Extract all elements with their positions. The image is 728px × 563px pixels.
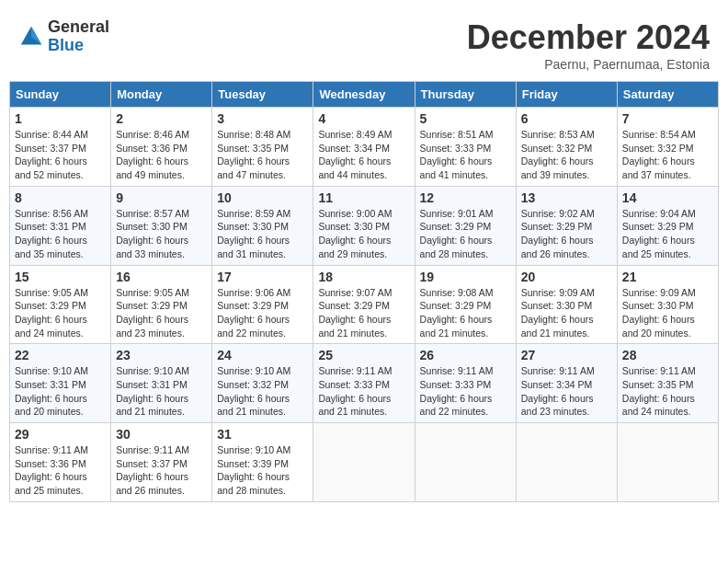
page-header: General Blue December 2024 Paernu, Paern… [9, 9, 719, 76]
table-row: 31Sunrise: 9:10 AMSunset: 3:39 PMDayligh… [212, 423, 313, 502]
day-number: 24 [217, 348, 308, 362]
day-info: Sunrise: 9:11 AMSunset: 3:33 PMDaylight:… [420, 364, 511, 419]
table-row: 4Sunrise: 8:49 AMSunset: 3:34 PMDaylight… [313, 108, 415, 187]
day-info: Sunrise: 8:53 AMSunset: 3:32 PMDaylight:… [521, 128, 612, 182]
weekday-header: Wednesday [313, 82, 415, 108]
weekday-header: Saturday [617, 82, 718, 108]
weekday-header: Tuesday [212, 82, 313, 108]
table-row [516, 423, 617, 502]
day-number: 18 [318, 270, 409, 284]
table-row: 21Sunrise: 9:09 AMSunset: 3:30 PMDayligh… [617, 265, 718, 344]
day-number: 20 [521, 270, 612, 284]
day-info: Sunrise: 9:11 AMSunset: 3:34 PMDaylight:… [521, 364, 612, 419]
day-number: 5 [420, 111, 511, 126]
day-info: Sunrise: 9:06 AMSunset: 3:29 PMDaylight:… [217, 286, 308, 340]
day-info: Sunrise: 9:04 AMSunset: 3:29 PMDaylight:… [622, 207, 713, 261]
day-number: 12 [420, 190, 511, 205]
day-info: Sunrise: 9:11 AMSunset: 3:33 PMDaylight:… [318, 364, 409, 419]
table-row: 7Sunrise: 8:54 AMSunset: 3:32 PMDaylight… [617, 108, 718, 187]
logo-general: General [48, 18, 109, 37]
title-area: December 2024 Paernu, Paernumaa, Estonia [467, 18, 710, 72]
day-info: Sunrise: 9:10 AMSunset: 3:31 PMDaylight:… [116, 364, 207, 419]
day-info: Sunrise: 8:51 AMSunset: 3:33 PMDaylight:… [420, 128, 511, 182]
table-row: 12Sunrise: 9:01 AMSunset: 3:29 PMDayligh… [415, 186, 516, 265]
month-title: December 2024 [467, 18, 710, 57]
day-info: Sunrise: 8:59 AMSunset: 3:30 PMDaylight:… [217, 207, 308, 261]
table-row [415, 423, 516, 502]
day-info: Sunrise: 9:11 AMSunset: 3:37 PMDaylight:… [116, 443, 207, 498]
weekday-header: Friday [516, 82, 617, 108]
table-row: 18Sunrise: 9:07 AMSunset: 3:29 PMDayligh… [313, 265, 415, 344]
day-info: Sunrise: 8:54 AMSunset: 3:32 PMDaylight:… [622, 128, 713, 182]
table-row: 26Sunrise: 9:11 AMSunset: 3:33 PMDayligh… [415, 344, 516, 423]
day-info: Sunrise: 9:10 AMSunset: 3:32 PMDaylight:… [217, 364, 308, 419]
day-info: Sunrise: 9:10 AMSunset: 3:39 PMDaylight:… [217, 443, 308, 498]
table-row: 17Sunrise: 9:06 AMSunset: 3:29 PMDayligh… [212, 265, 313, 344]
table-row: 25Sunrise: 9:11 AMSunset: 3:33 PMDayligh… [313, 344, 415, 423]
day-number: 6 [521, 111, 612, 126]
day-number: 26 [420, 348, 511, 362]
table-row: 6Sunrise: 8:53 AMSunset: 3:32 PMDaylight… [516, 108, 617, 187]
day-number: 25 [318, 348, 409, 362]
day-info: Sunrise: 9:05 AMSunset: 3:29 PMDaylight:… [116, 286, 207, 340]
calendar-week-row: 15Sunrise: 9:05 AMSunset: 3:29 PMDayligh… [10, 265, 719, 344]
day-number: 22 [15, 348, 106, 362]
day-number: 28 [622, 348, 713, 362]
day-info: Sunrise: 9:10 AMSunset: 3:31 PMDaylight:… [15, 364, 106, 419]
day-number: 31 [217, 427, 308, 442]
table-row: 10Sunrise: 8:59 AMSunset: 3:30 PMDayligh… [212, 186, 313, 265]
day-number: 30 [116, 427, 207, 442]
table-row: 5Sunrise: 8:51 AMSunset: 3:33 PMDaylight… [415, 108, 516, 187]
day-info: Sunrise: 9:11 AMSunset: 3:36 PMDaylight:… [15, 443, 106, 498]
table-row: 11Sunrise: 9:00 AMSunset: 3:30 PMDayligh… [313, 186, 415, 265]
calendar-week-row: 29Sunrise: 9:11 AMSunset: 3:36 PMDayligh… [10, 423, 719, 502]
day-info: Sunrise: 8:57 AMSunset: 3:30 PMDaylight:… [116, 207, 207, 261]
day-number: 29 [15, 427, 106, 442]
calendar-table: SundayMondayTuesdayWednesdayThursdayFrid… [9, 81, 719, 502]
day-info: Sunrise: 8:44 AMSunset: 3:37 PMDaylight:… [15, 128, 106, 182]
table-row: 19Sunrise: 9:08 AMSunset: 3:29 PMDayligh… [415, 265, 516, 344]
day-info: Sunrise: 8:56 AMSunset: 3:31 PMDaylight:… [15, 207, 106, 261]
table-row [617, 423, 718, 502]
day-number: 13 [521, 190, 612, 205]
day-number: 8 [15, 190, 106, 205]
day-number: 17 [217, 270, 308, 284]
table-row: 14Sunrise: 9:04 AMSunset: 3:29 PMDayligh… [617, 186, 718, 265]
day-number: 2 [116, 111, 207, 126]
table-row: 23Sunrise: 9:10 AMSunset: 3:31 PMDayligh… [111, 344, 212, 423]
table-row: 22Sunrise: 9:10 AMSunset: 3:31 PMDayligh… [10, 344, 111, 423]
day-info: Sunrise: 9:01 AMSunset: 3:29 PMDaylight:… [420, 207, 511, 261]
weekday-header: Monday [111, 82, 212, 108]
table-row: 3Sunrise: 8:48 AMSunset: 3:35 PMDaylight… [212, 108, 313, 187]
day-info: Sunrise: 9:11 AMSunset: 3:35 PMDaylight:… [622, 364, 713, 419]
location-subtitle: Paernu, Paernumaa, Estonia [467, 57, 710, 72]
day-number: 3 [217, 111, 308, 126]
day-number: 21 [622, 270, 713, 284]
day-number: 7 [622, 111, 713, 126]
table-row: 20Sunrise: 9:09 AMSunset: 3:30 PMDayligh… [516, 265, 617, 344]
day-number: 23 [116, 348, 207, 362]
table-row: 28Sunrise: 9:11 AMSunset: 3:35 PMDayligh… [617, 344, 718, 423]
day-number: 9 [116, 190, 207, 205]
calendar-week-row: 8Sunrise: 8:56 AMSunset: 3:31 PMDaylight… [10, 186, 719, 265]
table-row: 8Sunrise: 8:56 AMSunset: 3:31 PMDaylight… [10, 186, 111, 265]
calendar-week-row: 22Sunrise: 9:10 AMSunset: 3:31 PMDayligh… [10, 344, 719, 423]
table-row [313, 423, 415, 502]
day-number: 1 [15, 111, 106, 126]
table-row: 15Sunrise: 9:05 AMSunset: 3:29 PMDayligh… [10, 265, 111, 344]
logo-icon [18, 24, 44, 50]
table-row: 24Sunrise: 9:10 AMSunset: 3:32 PMDayligh… [212, 344, 313, 423]
table-row: 1Sunrise: 8:44 AMSunset: 3:37 PMDaylight… [10, 108, 111, 187]
logo: General Blue [18, 18, 109, 55]
calendar-header-row: SundayMondayTuesdayWednesdayThursdayFrid… [10, 82, 719, 108]
calendar-week-row: 1Sunrise: 8:44 AMSunset: 3:37 PMDaylight… [10, 108, 719, 187]
day-info: Sunrise: 9:00 AMSunset: 3:30 PMDaylight:… [318, 207, 409, 261]
weekday-header: Thursday [415, 82, 516, 108]
day-info: Sunrise: 9:02 AMSunset: 3:29 PMDaylight:… [521, 207, 612, 261]
day-info: Sunrise: 9:09 AMSunset: 3:30 PMDaylight:… [521, 286, 612, 340]
weekday-header: Sunday [10, 82, 111, 108]
day-number: 16 [116, 270, 207, 284]
day-info: Sunrise: 9:05 AMSunset: 3:29 PMDaylight:… [15, 286, 106, 340]
day-number: 11 [318, 190, 409, 205]
day-info: Sunrise: 9:07 AMSunset: 3:29 PMDaylight:… [318, 286, 409, 340]
